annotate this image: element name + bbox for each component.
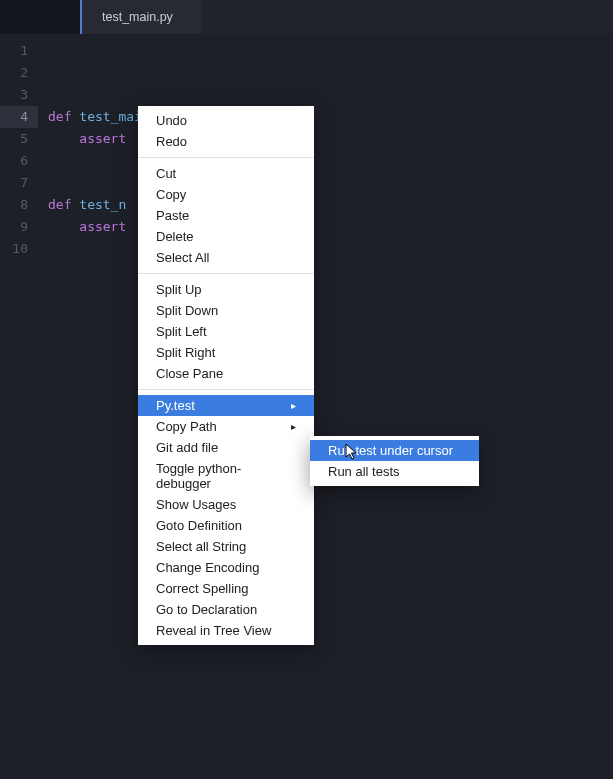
menu-item[interactable]: Py.test▸ (138, 395, 314, 416)
menu-item[interactable]: Change Encoding (138, 557, 314, 578)
line-number: 4 (0, 106, 38, 128)
menu-item[interactable]: Go to Declaration (138, 599, 314, 620)
menu-item[interactable]: Split Right (138, 342, 314, 363)
menu-item-label: Select all String (156, 539, 246, 554)
menu-item-label: Git add file (156, 440, 218, 455)
menu-item-label: Split Up (156, 282, 202, 297)
menu-item[interactable]: Delete (138, 226, 314, 247)
menu-item-label: Change Encoding (156, 560, 259, 575)
menu-item[interactable]: Paste (138, 205, 314, 226)
code-line: assert (48, 216, 613, 238)
line-number: 10 (0, 238, 38, 260)
line-number-gutter: 12345678910 (0, 34, 38, 779)
line-number: 5 (0, 128, 38, 150)
menu-item-label: Py.test (156, 398, 195, 413)
tab-title: test_main.py (102, 10, 173, 24)
menu-item[interactable]: Split Left (138, 321, 314, 342)
menu-item-label: Goto Definition (156, 518, 242, 533)
menu-item-label: Split Left (156, 324, 207, 339)
menu-item-label: Paste (156, 208, 189, 223)
menu-item[interactable]: Correct Spelling (138, 578, 314, 599)
menu-item[interactable]: Select all String (138, 536, 314, 557)
menu-item[interactable]: Undo (138, 110, 314, 131)
menu-item-label: Correct Spelling (156, 581, 249, 596)
code-line (48, 150, 613, 172)
menu-item-label: Copy Path (156, 419, 217, 434)
menu-item[interactable]: Split Up (138, 279, 314, 300)
code-content[interactable]: def test_main(): assert def test_n asser… (38, 34, 613, 779)
menu-item-label: Show Usages (156, 497, 236, 512)
menu-item[interactable]: Copy Path▸ (138, 416, 314, 437)
menu-item[interactable]: Cut (138, 163, 314, 184)
line-number: 7 (0, 172, 38, 194)
code-line (48, 40, 613, 62)
tab-bar: test_main.py (0, 0, 613, 34)
menu-item-label: Close Pane (156, 366, 223, 381)
menu-item-label: Split Down (156, 303, 218, 318)
line-number: 8 (0, 194, 38, 216)
submenu-arrow-icon: ▸ (291, 400, 296, 411)
menu-item-label: Copy (156, 187, 186, 202)
code-line: def test_n (48, 194, 613, 216)
tab-file[interactable]: test_main.py (80, 0, 201, 34)
menu-item-label: Go to Declaration (156, 602, 257, 617)
menu-item[interactable]: Show Usages (138, 494, 314, 515)
tab-active-indicator (80, 0, 82, 34)
submenu-item[interactable]: Run all tests (310, 461, 479, 482)
menu-item-label: Delete (156, 229, 194, 244)
line-number: 1 (0, 40, 38, 62)
code-line (48, 62, 613, 84)
menu-item[interactable]: Redo (138, 131, 314, 152)
menu-item[interactable]: Toggle python-debugger (138, 458, 314, 494)
tab-bar-spacer (0, 0, 80, 34)
code-line: def test_main(): (48, 106, 613, 128)
menu-item-label: Undo (156, 113, 187, 128)
menu-item[interactable]: Copy (138, 184, 314, 205)
line-number: 3 (0, 84, 38, 106)
menu-item-label: Reveal in Tree View (156, 623, 271, 638)
submenu-arrow-icon: ▸ (291, 421, 296, 432)
line-number: 2 (0, 62, 38, 84)
menu-item-label: Split Right (156, 345, 215, 360)
menu-separator (138, 389, 314, 390)
menu-item-label: Redo (156, 134, 187, 149)
code-line (48, 84, 613, 106)
menu-item-label: Cut (156, 166, 176, 181)
context-menu: UndoRedoCutCopyPasteDeleteSelect AllSpli… (138, 106, 314, 645)
code-line (48, 172, 613, 194)
menu-item-label: Toggle python-debugger (156, 461, 296, 491)
menu-separator (138, 273, 314, 274)
menu-item[interactable]: Git add file (138, 437, 314, 458)
line-number: 6 (0, 150, 38, 172)
code-line (48, 238, 613, 260)
menu-item[interactable]: Reveal in Tree View (138, 620, 314, 641)
menu-separator (138, 157, 314, 158)
context-submenu: Run test under cursorRun all tests (310, 436, 479, 486)
code-line: assert (48, 128, 613, 150)
submenu-item[interactable]: Run test under cursor (310, 440, 479, 461)
menu-item[interactable]: Split Down (138, 300, 314, 321)
menu-item[interactable]: Goto Definition (138, 515, 314, 536)
menu-item[interactable]: Select All (138, 247, 314, 268)
menu-item-label: Select All (156, 250, 209, 265)
line-number: 9 (0, 216, 38, 238)
menu-item[interactable]: Close Pane (138, 363, 314, 384)
